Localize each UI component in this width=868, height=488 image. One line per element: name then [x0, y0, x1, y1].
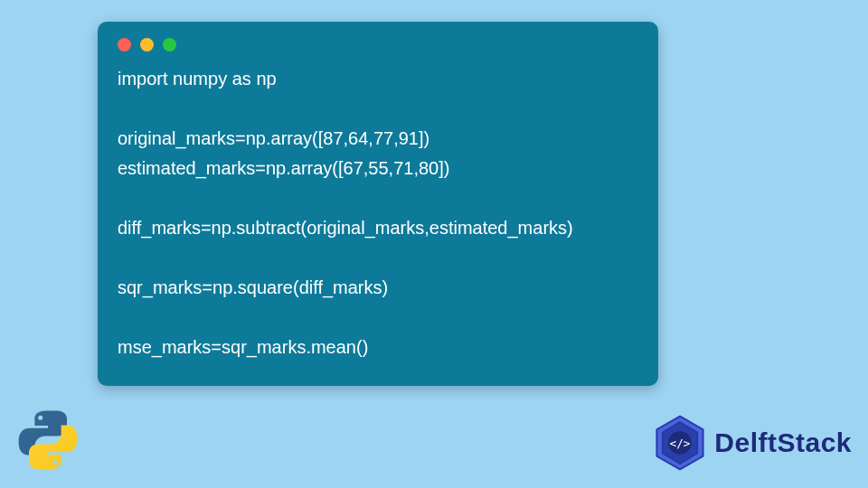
code-block: import numpy as np original_marks=np.arr… [118, 64, 638, 362]
svg-text:</>: </> [670, 436, 691, 450]
minimize-dot-icon [140, 38, 154, 52]
close-dot-icon [118, 38, 131, 52]
brand-badge-icon: </> [651, 414, 709, 472]
maximize-dot-icon [163, 38, 176, 52]
python-logo-icon [16, 408, 80, 472]
brand-name: DelftStack [714, 427, 852, 458]
brand: </> DelftStack [651, 414, 852, 472]
window-controls [118, 38, 638, 52]
code-card: import numpy as np original_marks=np.arr… [98, 22, 658, 386]
